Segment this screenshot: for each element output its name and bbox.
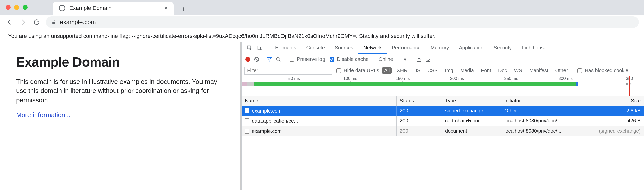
page-heading: Example Domain xyxy=(16,54,224,70)
timeline-tick: 250 ms xyxy=(504,76,518,81)
timeline-tick: 100 ms xyxy=(343,76,357,81)
tab-lighthouse[interactable]: Lighthouse xyxy=(517,42,551,54)
row-type: document xyxy=(442,126,501,136)
filter-type-ws[interactable]: WS xyxy=(512,67,524,74)
svg-rect-2 xyxy=(261,47,262,50)
new-tab-button[interactable]: + xyxy=(178,4,189,15)
tab-network[interactable]: Network xyxy=(358,42,387,54)
table-row[interactable]: example.com 200 document localhost:8080/… xyxy=(242,126,644,136)
window-minimize-button[interactable] xyxy=(14,5,19,10)
lock-icon xyxy=(51,20,56,25)
row-size: 2.8 kB xyxy=(580,106,644,116)
blocked-cookies-checkbox[interactable]: Has blocked cookie xyxy=(576,68,628,74)
tab-application[interactable]: Application xyxy=(454,42,489,54)
separator xyxy=(285,56,285,62)
devtools-tabs: Elements Console Sources Network Perform… xyxy=(242,42,644,54)
timeline-segment xyxy=(242,82,247,86)
separator xyxy=(268,44,268,51)
table-row[interactable]: example.com 200 signed-exchange ... Othe… xyxy=(242,106,644,116)
svg-line-7 xyxy=(279,60,281,61)
hide-data-urls-checkbox[interactable]: Hide data URLs xyxy=(335,68,379,74)
chevron-down-icon: ▾ xyxy=(404,56,406,62)
file-icon xyxy=(245,108,249,113)
timeline-segment xyxy=(247,82,254,86)
forward-button[interactable] xyxy=(19,18,28,27)
devtools-panel: Elements Console Sources Network Perform… xyxy=(242,42,644,190)
svg-line-4 xyxy=(255,58,258,61)
filter-type-manifest[interactable]: Manifest xyxy=(527,67,550,74)
page-paragraph: This domain is for use in illustrative e… xyxy=(16,77,224,105)
table-row[interactable]: data:application/ce... 200 cert-chain+cb… xyxy=(242,116,644,126)
tab-console[interactable]: Console xyxy=(301,42,330,54)
filter-icon[interactable] xyxy=(267,57,272,62)
network-timeline[interactable]: 50 ms 100 ms 150 ms 200 ms 250 ms 300 ms… xyxy=(242,76,644,96)
timeline-band xyxy=(242,82,644,86)
filter-type-media[interactable]: Media xyxy=(458,67,476,74)
row-initiator[interactable]: localhost:8080/priv/doc/... xyxy=(501,116,580,126)
filter-type-js[interactable]: JS xyxy=(413,67,422,74)
disable-cache-checkbox[interactable]: Disable cache xyxy=(329,56,369,62)
tab-memory[interactable]: Memory xyxy=(426,42,454,54)
row-status: 200 xyxy=(397,106,442,116)
filter-input[interactable] xyxy=(244,67,332,75)
more-info-link[interactable]: More information... xyxy=(16,111,71,119)
filter-type-img[interactable]: Img xyxy=(443,67,455,74)
filter-type-doc[interactable]: Doc xyxy=(496,67,509,74)
svg-marker-5 xyxy=(267,57,272,61)
device-toolbar-icon[interactable] xyxy=(255,43,264,52)
header-size[interactable]: Size xyxy=(580,96,644,106)
search-icon[interactable] xyxy=(276,57,281,62)
row-initiator[interactable]: localhost:8080/priv/doc/... xyxy=(501,126,580,136)
filter-type-font[interactable]: Font xyxy=(479,67,493,74)
content-area: Example Domain This domain is for use in… xyxy=(0,42,644,190)
timeline-marker-load xyxy=(629,76,630,96)
window-close-button[interactable] xyxy=(6,5,11,10)
inspect-element-icon[interactable] xyxy=(245,43,254,52)
row-status: 200 xyxy=(397,126,442,136)
disable-cache-label: Disable cache xyxy=(337,56,369,62)
download-icon[interactable] xyxy=(425,57,431,62)
tab-sources[interactable]: Sources xyxy=(330,42,358,54)
warning-infobar: You are using an unsupported command-lin… xyxy=(0,30,644,42)
header-status[interactable]: Status xyxy=(397,96,442,106)
preserve-log-label: Preserve log xyxy=(297,56,325,62)
row-status: 200 xyxy=(397,116,442,126)
filter-type-other[interactable]: Other xyxy=(553,67,570,74)
tab-close-button[interactable]: × xyxy=(164,5,168,12)
clear-icon[interactable] xyxy=(254,57,259,62)
timeline-ruler: 50 ms 100 ms 150 ms 200 ms 250 ms 300 ms… xyxy=(242,76,644,82)
header-type[interactable]: Type xyxy=(442,96,501,106)
file-icon xyxy=(245,129,249,134)
network-filter-bar: Hide data URLs All XHR JS CSS Img Media … xyxy=(242,65,644,76)
tab-elements[interactable]: Elements xyxy=(270,42,301,54)
header-initiator[interactable]: Initiator xyxy=(501,96,580,106)
url-text: example.com xyxy=(60,19,96,26)
preserve-log-checkbox[interactable]: Preserve log xyxy=(289,56,325,62)
reload-button[interactable] xyxy=(32,18,41,27)
network-table: Name Status Type Initiator Size example.… xyxy=(242,96,644,190)
filter-type-css[interactable]: CSS xyxy=(425,67,440,74)
back-button[interactable] xyxy=(5,18,14,27)
filter-type-all[interactable]: All xyxy=(382,67,392,74)
globe-icon xyxy=(59,5,65,11)
tab-strip: Example Domain × + xyxy=(0,0,644,15)
file-icon xyxy=(245,118,249,123)
record-button[interactable] xyxy=(245,57,250,62)
throttling-select[interactable]: Online ▾ xyxy=(376,56,409,63)
tab-security[interactable]: Security xyxy=(489,42,517,54)
throttling-value: Online xyxy=(379,56,393,62)
separator xyxy=(372,56,372,62)
row-name: data:application/ce... xyxy=(252,118,298,124)
browser-tab[interactable]: Example Domain × xyxy=(53,2,174,15)
filter-type-xhr[interactable]: XHR xyxy=(395,67,409,74)
window-maximize-button[interactable] xyxy=(23,5,28,10)
row-type: signed-exchange ... xyxy=(442,106,501,116)
tab-performance[interactable]: Performance xyxy=(387,42,426,54)
row-size: 426 B xyxy=(580,116,644,126)
address-bar[interactable]: example.com xyxy=(46,16,639,28)
separator xyxy=(263,56,263,62)
tab-title: Example Domain xyxy=(69,5,160,11)
header-name[interactable]: Name xyxy=(242,96,397,106)
timeline-segment xyxy=(254,82,576,86)
upload-icon[interactable] xyxy=(416,57,422,62)
